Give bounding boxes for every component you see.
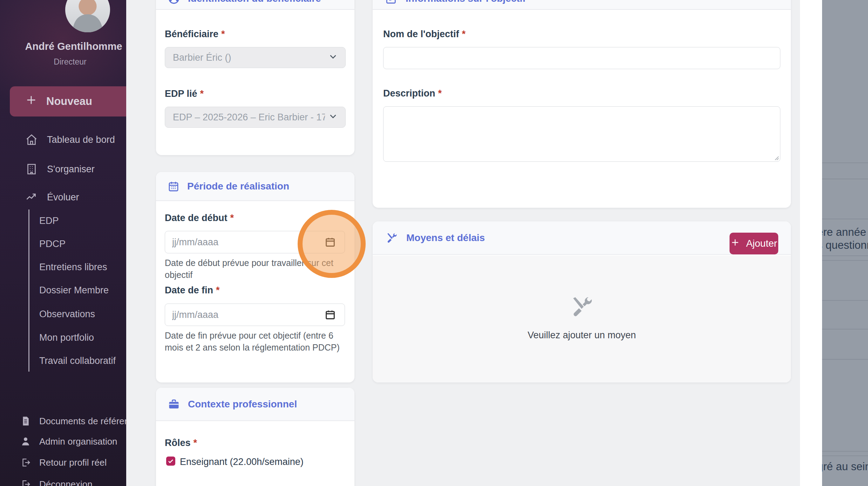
section-title: Période de réalisation [187,181,289,192]
sidebar-item-label: Admin organisation [39,436,117,447]
user-role: Directeur [21,57,119,67]
home-icon [25,133,39,147]
section-title: Identification du bénéficiaire [188,0,321,4]
sidebar-item-label: Évoluer [47,192,79,203]
table-cell-fragment: s questionne [822,239,868,252]
app-root: André Gentilhomme Directeur Nouveau Tabl… [0,0,868,486]
sidebar-item-label: EDP [39,215,59,226]
nom-objectif-label: Nom de l'objectif* [383,29,466,40]
table-cell-fragment: ère année [822,226,866,239]
ajouter-button[interactable]: Ajouter [730,233,778,254]
chevron-down-icon [328,52,338,64]
chevron-down-icon [328,112,338,123]
date-fin-label: Date de fin* [165,285,220,296]
sidebar-item-label: Dossier Membre [39,285,109,296]
sidebar-item-label: Mon portfolio [39,332,94,343]
avatar [65,0,110,32]
table-cell-fragment: gré au sein de [822,460,868,473]
sidebar-item-label: Entretiens libres [39,262,107,273]
card-periode-header: Période de réalisation [156,172,354,201]
check-icon [168,458,174,464]
table-row-divider [822,300,868,301]
date-fin-input[interactable] [165,304,345,326]
sidebar-item-label: Déconnexion [39,479,93,486]
tools-icon [385,232,398,244]
sidebar-item-edp[interactable]: EDP [39,211,123,231]
beneficiaire-select[interactable]: Barbier Éric () [165,47,346,68]
table-row-divider [822,260,868,261]
sidebar-item-label: Retour profil réel [39,457,107,468]
sidebar-item-retour-profil-reel[interactable]: Retour profil réel [0,453,126,472]
date-debut-label: Date de début* [165,213,234,224]
sidebar-item-dossier-membre[interactable]: Dossier Membre [39,280,123,300]
logout-icon [20,457,32,468]
moyens-empty-state: Veuillez ajouter un moyen [373,255,791,382]
required-marker: * [221,29,225,39]
page-edge-band [800,0,822,486]
sidebar-item-pdcp[interactable]: PDCP [39,234,123,254]
sidebar-item-travail-collaboratif[interactable]: Travail collaboratif [39,351,123,371]
sidebar-item-admin-organisation[interactable]: Admin organisation [0,432,126,451]
sidebar-item-evoluer[interactable]: Évoluer [0,187,126,208]
card-identification: Identification du bénéficiaire Bénéficia… [156,0,354,155]
beneficiaire-select-value: Barbier Éric () [173,52,231,63]
date-picker-icon[interactable] [324,309,336,321]
card-moyens-header: Moyens et délais [373,221,791,255]
sidebar-item-observations[interactable]: Observations [39,304,123,324]
user-name: André Gentilhomme [14,41,126,52]
calendar-icon [168,180,179,192]
sidebar-item-label: PDCP [39,239,66,249]
plus-icon [25,94,37,109]
sidebar-item-entretiens-libres[interactable]: Entretiens libres [39,257,123,277]
tools-icon [569,294,594,321]
card-objectif: Informations sur l'objectif Nom de l'obj… [373,0,791,208]
moyens-empty-text: Veuillez ajouter un moyen [373,330,791,341]
card-contexte: Contexte professionnel Rôles* Enseignant… [156,388,354,486]
card-objectif-header: Informations sur l'objectif [373,0,791,10]
trending-up-icon [25,190,39,204]
description-label: Description* [383,88,442,99]
date-fin-help: Date de fin prévue pour cet objectif (en… [165,330,344,353]
table-row-divider [822,455,868,456]
resize-handle-icon[interactable] [773,154,779,162]
sidebar-item-label: Tableau de bord [47,134,115,145]
sidebar-item-label: S'organiser [47,164,95,175]
description-textarea[interactable] [383,106,780,162]
sidebar-item-documents-de-reference[interactable]: Documents de référence [0,411,126,431]
table-row-divider [822,329,868,329]
table-row-divider [822,179,868,179]
date-debut-help: Date de début prévue pour travailler sur… [165,257,347,281]
building-icon [25,162,39,176]
nom-objectif-input[interactable] [383,47,780,69]
person-circle-icon [168,0,180,5]
required-marker: * [462,29,466,39]
table-row-divider [822,219,868,219]
sidebar-item-mon-portfolio[interactable]: Mon portfolio [39,328,123,347]
table-row-divider [822,255,868,256]
logout-icon [20,478,32,486]
sidebar-item-label: Observations [39,309,95,320]
role-checkbox[interactable] [166,457,175,466]
table-row-divider [822,359,868,360]
section-title: Moyens et délais [406,232,485,244]
background-table-overlay: ère année s questionne gré au sein de [822,0,868,486]
card-moyens: Moyens et délais Ajouter Veuillez ajoute… [373,221,791,382]
person-icon [20,435,32,447]
subnav-indent-line [28,209,29,372]
document-icon [20,415,32,427]
sidebar-item-sorganiser[interactable]: S'organiser [0,159,126,180]
card-contexte-header: Contexte professionnel [156,388,354,421]
briefcase-icon [168,398,180,411]
date-debut-input[interactable] [165,231,345,253]
required-marker: * [230,213,234,223]
card-periode: Période de réalisation Date de début* Da… [156,172,354,382]
section-title: Contexte professionnel [188,399,297,410]
new-button-label: Nouveau [46,95,92,108]
date-picker-icon[interactable] [324,236,336,248]
sidebar-item-deconnexion[interactable]: Déconnexion [0,474,126,486]
edp-lie-select[interactable]: EDP – 2025-2026 – Eric Barbier - 17/04/ [165,107,346,128]
beneficiaire-label: Bénéficiaire* [165,29,225,40]
new-button[interactable]: Nouveau [10,86,126,116]
table-row-divider [822,451,868,452]
sidebar-item-tableau-de-bord[interactable]: Tableau de bord [0,129,126,150]
